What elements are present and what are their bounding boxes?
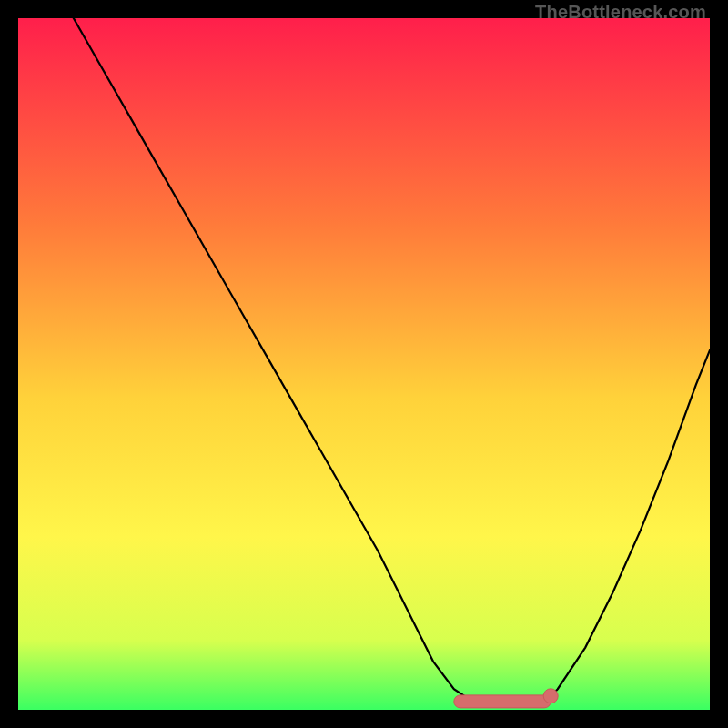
chart-svg xyxy=(18,18,710,710)
optimal-point-marker xyxy=(543,689,558,703)
optimal-range-marker xyxy=(454,695,551,708)
watermark-label: TheBottleneck.com xyxy=(535,2,706,23)
chart-plot-area xyxy=(18,18,710,710)
